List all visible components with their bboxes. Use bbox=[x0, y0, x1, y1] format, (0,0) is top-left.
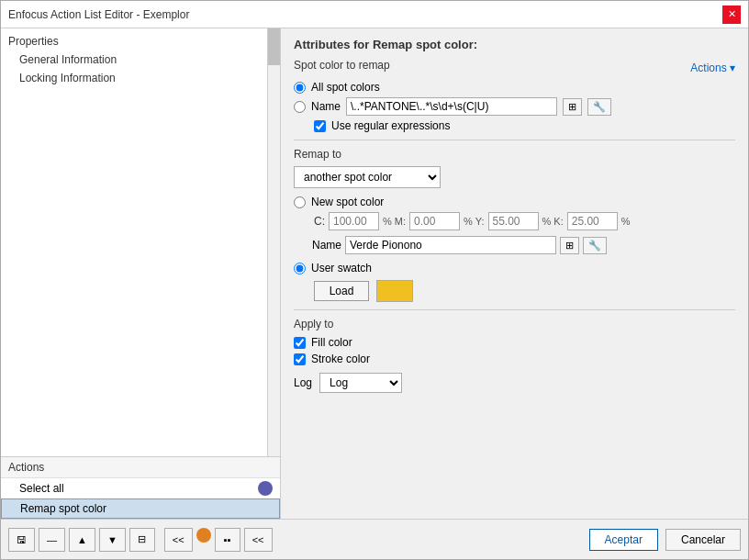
spot-color-label: Spot color to remap bbox=[294, 59, 390, 72]
user-swatch-label: User swatch bbox=[311, 262, 372, 274]
remap-dropdown-row: another spot color process color fixed c… bbox=[294, 166, 735, 188]
load-button[interactable]: Load bbox=[314, 281, 369, 301]
use-regex-checkbox[interactable] bbox=[314, 120, 326, 132]
new-spot-radio[interactable] bbox=[294, 196, 306, 208]
apply-to-label: Apply to bbox=[294, 318, 735, 330]
swatch-row: Load bbox=[314, 280, 735, 302]
remap-spot-item[interactable]: Remap spot color bbox=[1, 498, 280, 519]
name-radio-row: Name ⊞ 🔧 bbox=[294, 97, 735, 116]
new-spot-label: New spot color bbox=[311, 196, 384, 208]
actions-header: Actions bbox=[1, 457, 280, 478]
name-label: Name bbox=[311, 100, 341, 113]
main-window: Enfocus Action List Editor - Exemplor ✕ … bbox=[0, 0, 749, 560]
color-swatch bbox=[376, 280, 413, 302]
stroke-color-label: Stroke color bbox=[311, 353, 370, 365]
general-info-item[interactable]: General Information bbox=[1, 50, 280, 69]
action-dot-icon bbox=[258, 481, 273, 496]
k-pct: % bbox=[621, 216, 631, 227]
y-input[interactable] bbox=[488, 212, 539, 230]
name-radio[interactable] bbox=[294, 101, 306, 113]
toolbar-right: Aceptar Cancelar bbox=[589, 529, 741, 551]
all-spot-radio[interactable] bbox=[294, 82, 306, 94]
close-button[interactable]: ✕ bbox=[722, 6, 741, 24]
log-dropdown[interactable]: Log Warning Error None bbox=[319, 373, 402, 393]
panel-title: Attributes for Remap spot color: bbox=[294, 38, 735, 51]
next-btn[interactable]: << bbox=[244, 528, 273, 552]
tool2-icon-btn[interactable]: 🔧 bbox=[583, 237, 607, 254]
all-spot-label: All spot colors bbox=[311, 81, 380, 94]
grid2-icon-btn[interactable]: ⊞ bbox=[560, 237, 579, 254]
m-input[interactable] bbox=[409, 212, 460, 230]
main-content: Properties General Information Locking I… bbox=[1, 28, 748, 519]
name2-input[interactable] bbox=[345, 236, 556, 254]
second-toolbar: << ▪▪ << bbox=[164, 528, 273, 552]
title-bar: Enfocus Action List Editor - Exemplor ✕ bbox=[1, 1, 748, 28]
k-input[interactable] bbox=[567, 212, 618, 230]
bottom-toolbar: 🖫 — ▲ ▼ ⊟ << ▪▪ << Aceptar Cancelar bbox=[1, 519, 748, 559]
info-icon: ⊟ bbox=[138, 533, 146, 545]
add-btn[interactable]: 🖫 bbox=[8, 528, 35, 552]
divider1 bbox=[294, 140, 735, 140]
grid-icon: ⊞ bbox=[568, 101, 576, 112]
fill-color-label: Fill color bbox=[311, 336, 352, 349]
fill-color-row: Fill color bbox=[294, 336, 735, 349]
c-pct: % M: bbox=[383, 216, 406, 227]
locking-info-item[interactable]: Locking Information bbox=[1, 69, 280, 87]
fill-color-checkbox[interactable] bbox=[294, 337, 306, 349]
actions-link[interactable]: Actions bbox=[690, 62, 735, 74]
spot-color-radio-group: All spot colors Name ⊞ 🔧 Use regular exp… bbox=[294, 81, 735, 132]
delete-icon: — bbox=[47, 534, 57, 545]
name-input[interactable] bbox=[346, 97, 557, 116]
info-btn[interactable]: ⊟ bbox=[129, 528, 155, 552]
tree-section: Properties General Information Locking I… bbox=[1, 28, 280, 456]
status-circle bbox=[196, 528, 211, 543]
remap-dropdown[interactable]: another spot color process color fixed c… bbox=[294, 166, 441, 188]
remap-to-label: Remap to bbox=[294, 148, 735, 161]
divider2 bbox=[294, 309, 735, 310]
grid2-icon: ⊞ bbox=[565, 240, 574, 251]
add-icon: 🖫 bbox=[17, 534, 27, 545]
up-icon: ▲ bbox=[77, 534, 87, 545]
cmyk-row: C: % M: % Y: % K: % bbox=[314, 212, 735, 230]
name2-row: Name ⊞ 🔧 bbox=[312, 236, 735, 254]
tool-icon: 🔧 bbox=[593, 101, 606, 112]
c-input[interactable] bbox=[329, 212, 379, 230]
grid-icon-btn[interactable]: ⊞ bbox=[563, 98, 582, 116]
log-section: Log Log Warning Error None bbox=[294, 373, 735, 393]
name2-label: Name bbox=[312, 239, 341, 252]
cancel-button[interactable]: Cancelar bbox=[665, 529, 741, 551]
actions-section: Actions Select all Remap spot color bbox=[1, 456, 280, 519]
down-icon: ▼ bbox=[107, 534, 117, 545]
prev-btn[interactable]: << bbox=[164, 528, 193, 552]
window-title: Enfocus Action List Editor - Exemplor bbox=[8, 8, 189, 21]
delete-btn[interactable]: — bbox=[39, 528, 65, 552]
all-spot-row: All spot colors bbox=[294, 81, 735, 94]
c-label: C: bbox=[314, 215, 325, 228]
apply-checkboxes: Fill color Stroke color bbox=[294, 336, 735, 365]
up-btn[interactable]: ▲ bbox=[69, 528, 95, 552]
regex-row: Use regular expressions bbox=[314, 119, 735, 132]
select-all-item[interactable]: Select all bbox=[1, 478, 280, 498]
user-swatch-radio[interactable] bbox=[294, 263, 306, 274]
y-pct: % K: bbox=[542, 216, 564, 227]
scroll-thumb bbox=[268, 28, 280, 65]
select-all-label: Select all bbox=[19, 482, 64, 495]
tool-icon-btn[interactable]: 🔧 bbox=[587, 98, 611, 116]
spot-color-header: Spot color to remap Actions bbox=[294, 59, 735, 77]
stroke-color-row: Stroke color bbox=[294, 353, 735, 365]
right-panel: Attributes for Remap spot color: Spot co… bbox=[281, 28, 748, 519]
apply-section: Apply to Fill color Stroke color bbox=[294, 318, 735, 365]
properties-item[interactable]: Properties bbox=[1, 32, 280, 50]
toolbar-left: 🖫 — ▲ ▼ ⊟ << ▪▪ << bbox=[8, 528, 273, 552]
stroke-color-checkbox[interactable] bbox=[294, 353, 306, 365]
ok-button[interactable]: Aceptar bbox=[589, 529, 658, 551]
tree-scrollbar[interactable] bbox=[267, 28, 280, 456]
down-btn[interactable]: ▼ bbox=[99, 528, 126, 552]
m-pct: % Y: bbox=[464, 216, 484, 227]
use-regex-label: Use regular expressions bbox=[331, 119, 450, 132]
log-label: Log bbox=[294, 376, 312, 389]
new-spot-row: New spot color bbox=[294, 196, 735, 208]
remap-section: Remap to another spot color process colo… bbox=[294, 148, 735, 302]
user-swatch-row: User swatch bbox=[294, 262, 735, 274]
pause-btn[interactable]: ▪▪ bbox=[215, 528, 240, 552]
